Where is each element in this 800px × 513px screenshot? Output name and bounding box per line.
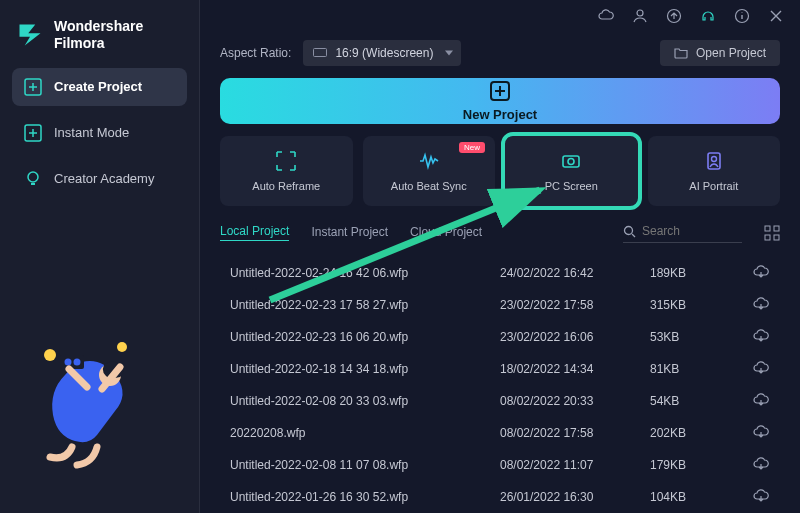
open-project-label: Open Project bbox=[696, 46, 766, 60]
cloud-download-icon[interactable] bbox=[752, 392, 770, 410]
project-row[interactable]: Untitled-2022-02-18 14 34 18.wfp18/02/20… bbox=[220, 353, 780, 385]
svg-rect-13 bbox=[563, 156, 579, 167]
svg-rect-12 bbox=[314, 49, 327, 57]
sidebar-item-instant-mode[interactable]: Instant Mode bbox=[12, 114, 187, 152]
action-label: Auto Beat Sync bbox=[391, 180, 467, 192]
project-row[interactable]: Untitled-2022-02-08 20 33 03.wfp08/02/20… bbox=[220, 385, 780, 417]
portrait-icon bbox=[703, 150, 725, 172]
project-name: Untitled-2022-02-24 16 42 06.wfp bbox=[230, 266, 500, 280]
waveform-icon bbox=[418, 150, 440, 172]
svg-rect-21 bbox=[774, 235, 779, 240]
sidebar: Wondershare Filmora Create Project Insta… bbox=[0, 0, 200, 513]
reframe-icon bbox=[275, 150, 297, 172]
new-project-button[interactable]: New Project bbox=[220, 78, 780, 124]
sidebar-item-label: Creator Academy bbox=[54, 171, 154, 186]
search-icon bbox=[623, 225, 636, 238]
new-project-label: New Project bbox=[463, 107, 537, 122]
new-badge: New bbox=[459, 142, 485, 153]
brand-line-1: Wondershare bbox=[54, 18, 143, 35]
cloud-download-icon[interactable] bbox=[752, 328, 770, 346]
svg-point-2 bbox=[28, 172, 38, 182]
user-icon[interactable] bbox=[632, 8, 648, 24]
search-box[interactable] bbox=[623, 222, 742, 243]
bulb-icon bbox=[24, 170, 42, 188]
cloud-download-icon[interactable] bbox=[752, 264, 770, 282]
project-date: 18/02/2022 14:34 bbox=[500, 362, 650, 376]
svg-rect-18 bbox=[765, 226, 770, 231]
plus-square-icon bbox=[24, 124, 42, 142]
svg-rect-19 bbox=[774, 226, 779, 231]
project-row[interactable]: Untitled-2022-02-08 11 07 08.wfp08/02/20… bbox=[220, 449, 780, 481]
project-size: 104KB bbox=[650, 490, 730, 504]
aspect-ratio-label: Aspect Ratio: bbox=[220, 46, 291, 60]
titlebar bbox=[200, 0, 800, 32]
project-size: 179KB bbox=[650, 458, 730, 472]
action-ai-portrait[interactable]: AI Portrait bbox=[648, 136, 781, 206]
project-row[interactable]: Untitled-2022-02-24 16 42 06.wfp24/02/20… bbox=[220, 257, 780, 289]
project-name: Untitled-2022-02-18 14 34 18.wfp bbox=[230, 362, 500, 376]
project-row[interactable]: Untitled-2022-02-23 17 58 27.wfp23/02/20… bbox=[220, 289, 780, 321]
svg-point-3 bbox=[44, 349, 56, 361]
svg-point-8 bbox=[74, 359, 81, 366]
headset-icon[interactable] bbox=[700, 8, 716, 24]
cloud-download-icon[interactable] bbox=[752, 296, 770, 314]
plus-square-icon bbox=[490, 81, 510, 101]
cloud-download-icon[interactable] bbox=[752, 488, 770, 506]
project-size: 81KB bbox=[650, 362, 730, 376]
project-date: 23/02/2022 16:06 bbox=[500, 330, 650, 344]
svg-point-16 bbox=[711, 157, 716, 162]
action-auto-reframe[interactable]: Auto Reframe bbox=[220, 136, 353, 206]
action-pc-screen[interactable]: PC Screen bbox=[505, 136, 638, 206]
tab-instant-project[interactable]: Instant Project bbox=[311, 225, 388, 241]
project-size: 202KB bbox=[650, 426, 730, 440]
sidebar-item-label: Create Project bbox=[54, 79, 142, 94]
sidebar-item-create-project[interactable]: Create Project bbox=[12, 68, 187, 106]
svg-point-14 bbox=[568, 159, 574, 165]
info-icon[interactable] bbox=[734, 8, 750, 24]
search-input[interactable] bbox=[642, 224, 742, 238]
project-size: 315KB bbox=[650, 298, 730, 312]
project-row[interactable]: 20220208.wfp08/02/2022 17:58202KB bbox=[220, 417, 780, 449]
aspect-ratio-select[interactable]: 16:9 (Widescreen) bbox=[303, 40, 461, 66]
app-logo: Wondershare Filmora bbox=[12, 12, 187, 68]
sidebar-illustration bbox=[12, 317, 187, 501]
aspect-ratio-value: 16:9 (Widescreen) bbox=[335, 46, 433, 60]
project-name: Untitled-2022-02-23 16 06 20.wfp bbox=[230, 330, 500, 344]
svg-point-9 bbox=[637, 10, 643, 16]
cloud-download-icon[interactable] bbox=[752, 456, 770, 474]
toolbar: Aspect Ratio: 16:9 (Widescreen) Open Pro… bbox=[200, 32, 800, 78]
cloud-download-icon[interactable] bbox=[752, 360, 770, 378]
project-name: Untitled-2022-02-08 11 07 08.wfp bbox=[230, 458, 500, 472]
grid-view-icon[interactable] bbox=[764, 225, 780, 241]
project-row[interactable]: Untitled-2022-02-23 16 06 20.wfp23/02/20… bbox=[220, 321, 780, 353]
project-date: 08/02/2022 11:07 bbox=[500, 458, 650, 472]
sidebar-item-creator-academy[interactable]: Creator Academy bbox=[12, 160, 187, 198]
project-date: 23/02/2022 17:58 bbox=[500, 298, 650, 312]
project-list: Untitled-2022-02-24 16 42 06.wfp24/02/20… bbox=[220, 257, 780, 513]
camera-icon bbox=[560, 150, 582, 172]
project-tabs: Local Project Instant Project Cloud Proj… bbox=[220, 222, 780, 247]
project-name: Untitled-2022-01-26 16 30 52.wfp bbox=[230, 490, 500, 504]
project-name: Untitled-2022-02-08 20 33 03.wfp bbox=[230, 394, 500, 408]
close-icon[interactable] bbox=[768, 8, 784, 24]
app-title: Wondershare Filmora bbox=[54, 18, 143, 52]
open-project-button[interactable]: Open Project bbox=[660, 40, 780, 66]
project-date: 26/01/2022 16:30 bbox=[500, 490, 650, 504]
svg-point-17 bbox=[625, 226, 633, 234]
project-size: 189KB bbox=[650, 266, 730, 280]
cloud-icon[interactable] bbox=[598, 8, 614, 24]
tab-local-project[interactable]: Local Project bbox=[220, 224, 289, 241]
svg-point-4 bbox=[117, 342, 127, 352]
action-auto-beat-sync[interactable]: New Auto Beat Sync bbox=[363, 136, 496, 206]
project-row[interactable]: Untitled-2022-01-26 16 30 52.wfp26/01/20… bbox=[220, 481, 780, 513]
project-date: 08/02/2022 20:33 bbox=[500, 394, 650, 408]
action-row: Auto Reframe New Auto Beat Sync PC Scree… bbox=[220, 136, 780, 206]
project-size: 54KB bbox=[650, 394, 730, 408]
tab-cloud-project[interactable]: Cloud Project bbox=[410, 225, 482, 241]
svg-point-7 bbox=[65, 359, 72, 366]
svg-rect-20 bbox=[765, 235, 770, 240]
upload-icon[interactable] bbox=[666, 8, 682, 24]
cloud-download-icon[interactable] bbox=[752, 424, 770, 442]
project-date: 08/02/2022 17:58 bbox=[500, 426, 650, 440]
sidebar-item-label: Instant Mode bbox=[54, 125, 129, 140]
